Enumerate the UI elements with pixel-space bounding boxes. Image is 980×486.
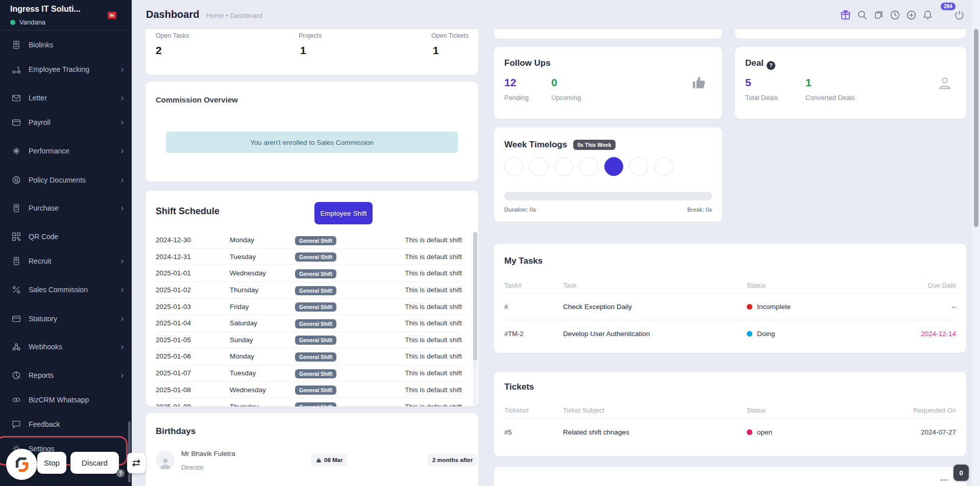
ticket-subject: Related shift chnages [563,428,747,436]
col-header: Ticket Subject [563,406,747,414]
employee-shift-button[interactable]: Employee Shift [314,202,373,224]
sidebar-item-qr-code[interactable]: QR Code [0,229,132,244]
page-scrollbar[interactable] [972,0,980,486]
requested-on-date: 2024-07-27 [879,428,956,436]
commission-info-banner: You aren't enrolled to Sales Commission [166,132,458,153]
badge-id-icon [12,203,21,213]
discard-button[interactable]: Discard [70,452,119,474]
shift-date: 2025-01-02 [156,286,230,294]
task-row[interactable]: # Check Exception Daily Incomplete -- [504,294,956,320]
weekday-button[interactable] [579,157,598,176]
breadcrumb[interactable]: Home • Dashboard [206,12,262,19]
contact-card-icon [12,40,21,49]
search-icon[interactable] [857,10,868,20]
webhook-icon [12,342,21,351]
person-icon [937,75,953,91]
shift-day: Tuesday [230,253,295,261]
deal-title-text: Deal [745,58,764,68]
brand-logo-icon [12,455,32,474]
sidebar-item-payroll[interactable]: Payroll › [0,115,132,130]
sidebar-item-bizcrm-whatsapp[interactable]: BizCRM Whatsapp [0,392,132,407]
chat-widget-badge[interactable]: 0 [953,465,969,481]
shift-note: This is default shift [377,319,462,327]
cut-card-top-right [735,29,966,39]
col-header: Status [747,282,879,289]
org-name[interactable]: Ingress IT Soluti... [10,5,102,14]
weekday-button[interactable] [554,157,573,176]
more-dots-icon: ••• [940,476,949,484]
week-total-badge: 0s This Week [573,140,615,150]
col-header: Requested On [879,406,956,414]
shift-date: 2025-01-03 [156,303,230,311]
stats-card: Open Tasks 2 Projects 1 Open Tickets 1 [145,29,478,75]
sidebar-item-policy-documents[interactable]: Policy Documents › [0,172,132,188]
notes-icon[interactable] [873,10,884,20]
shift-type-badge: General Shift [295,286,336,295]
weekday-button[interactable] [604,157,623,176]
sidebar-item-feedback[interactable]: Feedback [0,417,132,432]
sidebar-item-label: Policy Documents [29,176,86,184]
sidebar-item-performance[interactable]: Performance › [0,143,132,159]
sidebar-item-biolinks[interactable]: Biolinks [0,37,132,53]
my-tasks-title: My Tasks [504,256,543,266]
sidebar-item-recruit[interactable]: Recruit › [0,253,132,269]
extension-logo[interactable] [6,449,37,480]
question-icon[interactable]: ? [767,61,775,70]
ticket-row[interactable]: #5 Related shift chnages open 2024-07-27 [504,419,956,445]
sidebar-item-label: Webhooks [29,343,62,351]
notification-count-badge: 284 [941,3,955,10]
notifications-bell-icon[interactable] [922,10,933,20]
weekday-button[interactable] [529,157,548,176]
sidebar-item-letter[interactable]: Letter › [0,90,132,106]
weekday-button[interactable] [629,157,648,176]
shift-type-badge: General Shift [295,369,336,378]
sidebar-scrollbar[interactable] [128,421,131,482]
sidebar-item-purchase[interactable]: Purchase › [0,200,132,216]
sidebar-item-sales-commission[interactable]: Sales Commission › [0,282,132,297]
link-icon [12,395,21,404]
sidebar-item-label: Performance [29,147,69,155]
birthday-person-name: Mr Bhavik Fuletra [181,450,235,457]
shift-table-row: 2025-01-03 Friday General Shift This is … [156,298,462,315]
my-tasks-card: My Tasks Task# Task Status Due Date # Ch… [494,244,966,353]
help-icon[interactable]: ? [116,469,125,477]
gift-icon[interactable] [840,10,851,20]
clock-icon[interactable] [890,10,900,20]
total-deals-count: 5 [745,76,751,89]
chevron-right-icon: › [121,286,124,294]
stop-button[interactable]: Stop [37,452,66,474]
weekday-button[interactable] [504,157,523,176]
task-row[interactable]: #TM-2 Develop User Authentication Doing … [504,320,956,347]
shift-type-badge: General Shift [295,319,336,328]
chat-bubble-icon [12,420,21,429]
power-icon[interactable] [954,10,965,20]
weekday-button[interactable] [654,157,673,176]
tickets-rows: #5 Related shift chnages open 2024-07-27 [504,419,956,445]
shift-type-badge: General Shift [295,402,336,406]
page-scrollthumb[interactable] [974,29,978,227]
shift-table-scrollbar[interactable] [473,232,477,405]
chevron-right-icon: › [121,94,124,102]
shift-date: 2025-01-08 [156,386,230,394]
birthdays-title: Birthdays [156,426,195,437]
wallet-icon [12,118,21,127]
swap-button[interactable] [127,453,145,473]
shift-type-badge: General Shift [295,302,336,312]
shift-date: 2025-01-09 [156,403,230,406]
sidebar-item-employee-tracking[interactable]: Employee Tracking › [0,62,132,77]
col-header: Due Date [879,282,956,289]
task-name: Develop User Authentication [563,330,747,338]
shift-note: This is default shift [377,386,462,394]
sidebar-item-statutory[interactable]: Statutory › [0,311,132,326]
my-tasks-rows: # Check Exception Daily Incomplete -- #T… [504,294,956,347]
user-name: Vandana [19,18,45,26]
shift-note: This is default shift [377,303,462,311]
add-icon[interactable] [906,10,917,20]
converted-deals-label: Converted Deals [805,94,855,101]
sidebar-item-webhooks[interactable]: Webhooks › [0,339,132,354]
week-timelogs-card: Week Timelogs 0s This Week Duration: 0s … [494,127,722,222]
sidebar-item-reports[interactable]: Reports › [0,368,132,383]
shift-table-scrollthumb[interactable] [473,232,477,361]
shift-day: Monday [230,236,295,244]
avatar [156,451,175,470]
